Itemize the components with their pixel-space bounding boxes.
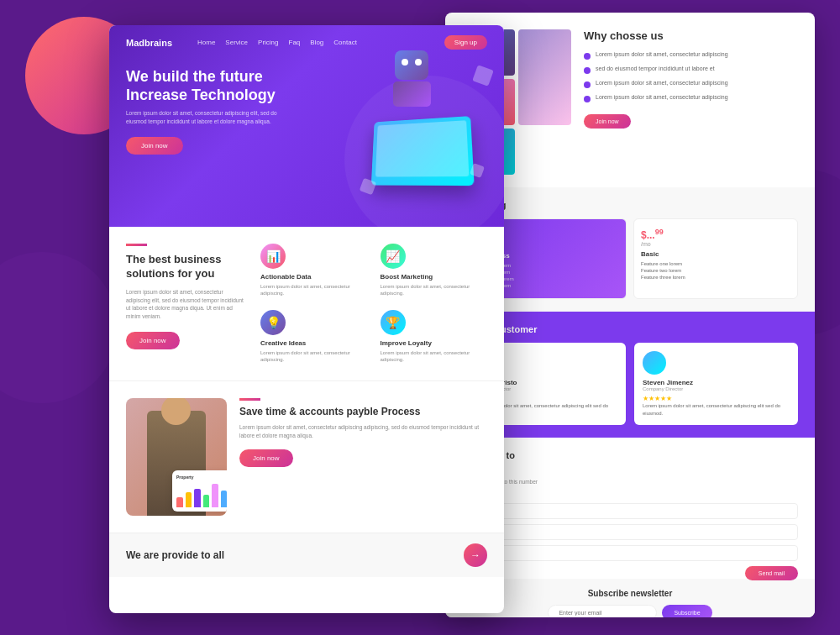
- feature-item-4: 🏆 Improve Loyalty Lorem ipsum dolor sit …: [381, 310, 488, 364]
- contact-message-input[interactable]: [462, 545, 798, 561]
- feature-icon-data: 📊: [260, 244, 286, 269]
- why-text-1: Lorem ipsum dolor sit amet, consectetur …: [596, 50, 728, 59]
- feature-name-3: Creative Ideas: [260, 339, 368, 347]
- newsletter-form: Subscribe: [462, 605, 798, 617]
- process-chart: Property: [172, 470, 227, 512]
- nav-link-faq[interactable]: Faq: [289, 39, 301, 46]
- features-left: The best business solutions for you Lore…: [126, 244, 248, 349]
- why-item-4: Lorem ipsum dolor sit amet, consectetur …: [584, 93, 798, 102]
- hero-title-line1: We build the future: [126, 68, 263, 85]
- features-join-button[interactable]: Join now: [126, 332, 180, 349]
- nav-link-pricing[interactable]: Pricing: [258, 39, 278, 46]
- nav-links: Home Service Pricing Faq Blog Contact: [197, 39, 444, 46]
- contact-subject-input[interactable]: [462, 524, 798, 540]
- chart-bar-5: [212, 484, 218, 507]
- nav-link-blog[interactable]: Blog: [310, 39, 323, 46]
- nav-logo: Madbrains: [126, 38, 172, 48]
- contact-subtitle: Anytime support to this number: [462, 479, 798, 485]
- why-dot-2: [584, 67, 591, 74]
- newsletter-title: Subscribe newsletter: [462, 589, 798, 598]
- customer-name-2: Steven Jimenez: [643, 379, 790, 386]
- customer-card-2: Steven Jimenez Company Director ★★★★★ Lo…: [634, 343, 798, 425]
- feature-item-1: 📊 Actionable Data Lorem ipsum dolor sit …: [260, 244, 368, 297]
- hero-title: We build the future Increase Technology: [126, 68, 487, 104]
- why-choose-title: Why chosse us: [584, 29, 798, 42]
- pricing-price-2: $...99: [641, 228, 790, 241]
- customer-cards: Teresa Christo Company Director ★★★★★ Lo…: [462, 343, 798, 425]
- features-title: The best business solutions for you: [126, 253, 248, 281]
- why-item-2: sed do eiusmod tempor incididunt ut labo…: [584, 65, 798, 74]
- chart-bar-4: [203, 495, 210, 507]
- why-choose-join-button[interactable]: Join now: [584, 114, 631, 129]
- pricing-card-basic: $...99 /mo Basic Feature one lorem Featu…: [633, 218, 798, 299]
- process-join-button[interactable]: Join now: [239, 449, 293, 467]
- process-accent: [239, 398, 260, 401]
- feature-icon-ideas: 💡: [260, 310, 286, 335]
- why-choose-content: Why chosse us Lorem ipsum dolor sit amet…: [584, 29, 798, 175]
- feature-name-2: Boost Marketing: [381, 273, 488, 281]
- pricing-feature-2b: Feature two lorem: [641, 268, 790, 273]
- hero-title-line2: Increase Technology: [126, 87, 276, 103]
- customer-role-2: Company Director: [643, 386, 790, 391]
- nav-link-home[interactable]: Home: [197, 39, 215, 46]
- hero-join-button[interactable]: Join now: [126, 137, 183, 155]
- process-desc: Lorem ipsum dolor sit amet, consectetur …: [239, 423, 487, 440]
- pricing-label-2: Basic: [641, 250, 790, 258]
- why-item-3: Lorem ipsum dolor sit amet, consectetur …: [584, 79, 798, 88]
- chart-bar-1: [176, 497, 183, 507]
- process-title: Save time & accounts payble Process: [239, 406, 487, 419]
- contact-name-input[interactable]: [462, 503, 798, 519]
- chart-bar-2: [186, 492, 192, 507]
- hero-section: Madbrains Home Service Pricing Faq Blog …: [109, 25, 504, 227]
- feature-item-2: 📈 Boost Marketing Lorem ipsum dolor sit …: [381, 244, 488, 297]
- why-item-1: Lorem ipsum dolor sit amet, consectetur …: [584, 50, 798, 60]
- pricing-title: se Pricing: [462, 200, 798, 210]
- feature-desc-1: Lorem ipsum dolor sit amet, consectetur …: [260, 283, 368, 297]
- nav-link-contact[interactable]: Contact: [333, 39, 357, 46]
- feature-icon-loyalty: 🏆: [381, 310, 406, 335]
- contact-submit-button[interactable]: Send mail: [745, 566, 798, 580]
- contact-title: t Hesitate toct us: [462, 450, 798, 470]
- why-dot-3: [584, 81, 591, 88]
- customer-title: t's Our Customer: [462, 324, 798, 334]
- process-photo: Property: [126, 398, 227, 516]
- features-desc: Lorem ipsum dolor sit amet, consectetur …: [126, 288, 248, 321]
- person-head: [161, 398, 191, 425]
- chart-bars: [176, 482, 227, 507]
- why-text-3: Lorem ipsum dolor sit amet, consectetur …: [596, 79, 728, 87]
- feature-icon-marketing: 📈: [381, 244, 406, 269]
- contact-phone: 0 5929: [462, 488, 798, 496]
- customer-review-2: Lorem ipsum dolor sit amet, consectetur …: [643, 402, 790, 417]
- features-section: The best business solutions for you Lore…: [109, 227, 504, 380]
- nav-link-service[interactable]: Service: [225, 39, 248, 46]
- chart-bar-3: [194, 489, 201, 507]
- hero-subtitle: Lorem ipsum dolor sit amet, consectetur …: [126, 109, 294, 126]
- process-section: Property Save time & accounts payble Pro…: [109, 380, 504, 533]
- pricing-feature-2a: Feature one lorem: [641, 261, 790, 266]
- hero-content: We build the future Increase Technology …: [109, 60, 504, 155]
- footer-teaser-title: We are provide to all: [126, 549, 224, 561]
- why-dot-4: [584, 96, 591, 102]
- footer-arrow-button[interactable]: →: [464, 543, 487, 567]
- nav-signup-button[interactable]: Sign up: [444, 35, 487, 50]
- feature-desc-2: Lorem ipsum dolor sit amet, consectetur …: [381, 283, 488, 297]
- why-text-2: sed do eiusmod tempor incididunt ut labo…: [596, 65, 715, 73]
- feature-name-4: Improve Loyalty: [381, 339, 488, 347]
- footer-teaser: We are provide to all →: [109, 533, 504, 577]
- chart-label: Property: [176, 475, 227, 480]
- features-accent: [126, 244, 147, 246]
- pricing-feature-2c: Feature three lorem: [641, 275, 790, 280]
- feature-item-3: 💡 Creative Ideas Lorem ipsum dolor sit a…: [260, 310, 368, 364]
- newsletter-input[interactable]: [548, 605, 657, 617]
- chart-bar-6: [221, 491, 228, 507]
- pricing-per-2: /mo: [641, 241, 790, 247]
- why-text-4: Lorem ipsum dolor sit amet, consectetur …: [596, 93, 728, 102]
- process-content: Save time & accounts payble Process Lore…: [239, 398, 487, 467]
- feature-name-1: Actionable Data: [260, 273, 368, 281]
- feature-desc-3: Lorem ipsum dolor sit amet, consectetur …: [260, 349, 368, 364]
- newsletter-subscribe-button[interactable]: Subscribe: [662, 605, 711, 617]
- why-dot-1: [584, 53, 591, 60]
- photo-tall: [518, 29, 571, 125]
- features-grid: 📊 Actionable Data Lorem ipsum dolor sit …: [260, 244, 487, 364]
- customer-stars-2: ★★★★★: [643, 395, 790, 402]
